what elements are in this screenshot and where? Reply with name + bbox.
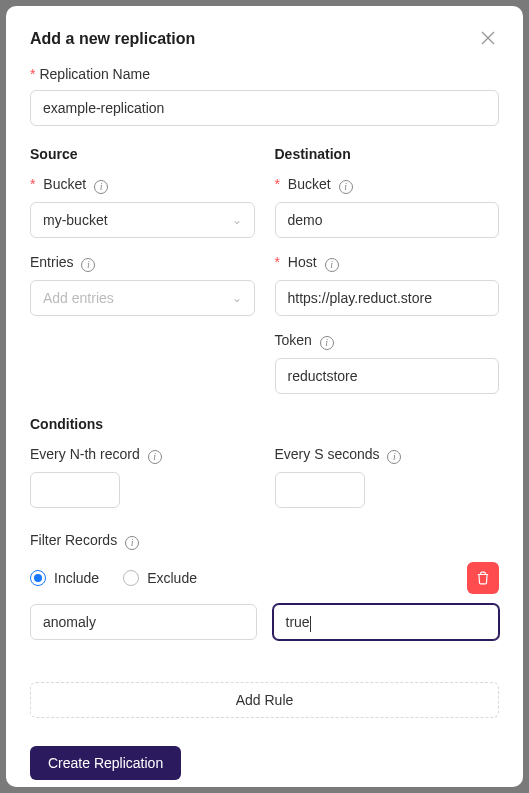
sec-group: Every S seconds i — [275, 446, 500, 508]
dest-host-group: Host i — [275, 254, 500, 316]
radio-dot-checked — [30, 570, 46, 586]
chevron-down-icon: ⌄ — [232, 213, 242, 227]
filter-title-text: Filter Records — [30, 532, 117, 548]
source-bucket-group: Bucket i my-bucket ⌄ — [30, 176, 255, 238]
filter-rule-header: Include Exclude — [30, 562, 499, 594]
info-icon[interactable]: i — [148, 450, 162, 464]
source-column: Source Bucket i my-bucket ⌄ Entries i Ad… — [30, 146, 255, 410]
add-replication-modal: Add a new replication Replication Name S… — [6, 6, 523, 787]
include-exclude-group: Include Exclude — [30, 570, 197, 586]
chevron-down-icon: ⌄ — [232, 291, 242, 305]
info-icon[interactable]: i — [81, 258, 95, 272]
replication-name-group: Replication Name — [30, 66, 499, 126]
entries-label: Entries i — [30, 254, 255, 272]
filter-value-input[interactable]: true — [273, 604, 500, 640]
dest-host-label-text: Host — [288, 254, 317, 270]
modal-title: Add a new replication — [30, 30, 195, 48]
source-bucket-label-text: Bucket — [43, 176, 86, 192]
sec-input[interactable] — [275, 472, 365, 508]
dest-token-label: Token i — [275, 332, 500, 350]
dest-bucket-label: Bucket i — [275, 176, 500, 194]
info-icon[interactable]: i — [339, 180, 353, 194]
filter-kv-row: true — [30, 604, 499, 640]
filter-title: Filter Records i — [30, 532, 499, 550]
delete-rule-button[interactable] — [467, 562, 499, 594]
exclude-label: Exclude — [147, 570, 197, 586]
dest-bucket-label-text: Bucket — [288, 176, 331, 192]
include-label: Include — [54, 570, 99, 586]
filter-key-input[interactable] — [30, 604, 257, 640]
filter-rule: Include Exclude true — [30, 562, 499, 640]
radio-exclude[interactable]: Exclude — [123, 570, 197, 586]
info-icon[interactable]: i — [325, 258, 339, 272]
entries-select[interactable]: Add entries ⌄ — [30, 280, 255, 316]
dest-host-input[interactable] — [275, 280, 500, 316]
source-title: Source — [30, 146, 255, 162]
dest-token-label-text: Token — [275, 332, 312, 348]
nth-label: Every N-th record i — [30, 446, 255, 464]
nth-label-text: Every N-th record — [30, 446, 140, 462]
destination-column: Destination Bucket i Host i Token i — [275, 146, 500, 410]
sec-label: Every S seconds i — [275, 446, 500, 464]
nth-input[interactable] — [30, 472, 120, 508]
entries-label-text: Entries — [30, 254, 74, 270]
conditions-row: Every N-th record i Every S seconds i — [30, 446, 499, 508]
add-rule-button[interactable]: Add Rule — [30, 682, 499, 718]
info-icon[interactable]: i — [387, 450, 401, 464]
entries-placeholder: Add entries — [43, 290, 114, 306]
source-bucket-value: my-bucket — [43, 212, 108, 228]
replication-name-input[interactable] — [30, 90, 499, 126]
modal-header: Add a new replication — [30, 30, 499, 48]
source-destination-row: Source Bucket i my-bucket ⌄ Entries i Ad… — [30, 146, 499, 410]
entries-group: Entries i Add entries ⌄ — [30, 254, 255, 316]
close-button[interactable] — [477, 30, 499, 48]
sec-label-text: Every S seconds — [275, 446, 380, 462]
dest-token-group: Token i — [275, 332, 500, 394]
radio-dot-unchecked — [123, 570, 139, 586]
dest-bucket-group: Bucket i — [275, 176, 500, 238]
close-icon — [481, 31, 495, 45]
nth-group: Every N-th record i — [30, 446, 255, 508]
info-icon[interactable]: i — [94, 180, 108, 194]
info-icon[interactable]: i — [125, 536, 139, 550]
filter-value-text: true — [286, 614, 310, 630]
conditions-title: Conditions — [30, 416, 499, 432]
source-bucket-label: Bucket i — [30, 176, 255, 194]
info-icon[interactable]: i — [320, 336, 334, 350]
trash-icon — [476, 571, 490, 585]
destination-title: Destination — [275, 146, 500, 162]
source-bucket-select[interactable]: my-bucket ⌄ — [30, 202, 255, 238]
dest-host-label: Host i — [275, 254, 500, 272]
replication-name-label: Replication Name — [30, 66, 499, 82]
dest-bucket-input[interactable] — [275, 202, 500, 238]
filter-section: Filter Records i Include Exclude — [30, 532, 499, 718]
create-replication-button[interactable]: Create Replication — [30, 746, 181, 780]
radio-include[interactable]: Include — [30, 570, 99, 586]
dest-token-input[interactable] — [275, 358, 500, 394]
